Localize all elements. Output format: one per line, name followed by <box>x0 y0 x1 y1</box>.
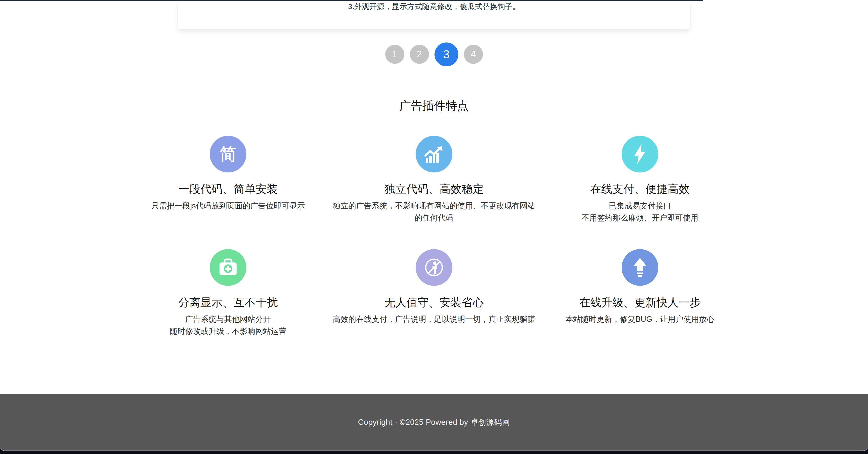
feature-card: 独立代码、高效稳定 独立的广告系统，不影响现有网站的使用、不更改现有网站的任何代… <box>331 136 537 224</box>
features-grid: 简 一段代码、简单安装 只需把一段js代码放到页面的广告位即可显示 独立代码、高… <box>125 136 743 337</box>
feature-description: 高效的在线支付，广告说明，足以说明一切，真正实现躺赚 <box>333 313 535 325</box>
top-card: 3.外观开源，显示方式随意修改，傻瓜式替换钩子。 <box>178 0 690 29</box>
top-card-note: 3.外观开源，显示方式随意修改，傻瓜式替换钩子。 <box>178 0 690 12</box>
feature-title: 一段代码、简单安装 <box>178 182 278 196</box>
footer: Copyright · ©2025 Powered by 卓创源码网 <box>0 394 868 451</box>
upgrade-arrow-icon <box>622 249 658 286</box>
pagination-page-number: 4 <box>471 49 476 60</box>
pagination-page-number: 2 <box>417 49 422 60</box>
pagination-page-3[interactable]: 3 <box>434 42 458 66</box>
feature-description: 独立的广告系统，不影响现有网站的使用、不更改现有网站的任何代码 <box>331 200 537 224</box>
feature-title: 分离显示、互不干扰 <box>178 296 278 309</box>
jian-badge-icon: 简 <box>210 136 246 172</box>
pagination: 1234 <box>0 42 868 66</box>
browser-window: 3.外观开源，显示方式随意修改，傻瓜式替换钩子。 1234 广告插件特点 简 一… <box>0 0 868 451</box>
feature-description: 已集成易支付接口 不用签约那么麻烦、开户即可使用 <box>582 200 699 224</box>
top-edge-strip <box>0 0 703 1</box>
feature-card: 在线支付、便捷高效 已集成易支付接口 不用签约那么麻烦、开户即可使用 <box>537 136 743 224</box>
lightning-icon <box>622 136 658 172</box>
feature-title: 在线支付、便捷高效 <box>590 182 690 196</box>
pagination-page-2[interactable]: 2 <box>410 45 429 64</box>
feature-card: 简 一段代码、简单安装 只需把一段js代码放到页面的广告位即可显示 <box>125 136 331 224</box>
pagination-page-number: 1 <box>392 49 397 60</box>
pagination-page-number: 3 <box>443 48 450 61</box>
unattended-icon <box>416 249 452 286</box>
feature-title: 独立代码、高效稳定 <box>384 182 484 196</box>
feature-description: 只需把一段js代码放到页面的广告位即可显示 <box>151 200 305 212</box>
pagination-page-1[interactable]: 1 <box>385 45 404 64</box>
feature-card: 在线升级、更新快人一步 本站随时更新，修复BUG，让用户使用放心 <box>537 249 743 337</box>
chart-growth-icon <box>416 136 452 172</box>
pagination-page-4[interactable]: 4 <box>464 45 483 64</box>
feature-title: 在线升级、更新快人一步 <box>579 296 701 309</box>
first-aid-kit-icon <box>210 249 246 286</box>
feature-card: 分离显示、互不干扰 广告系统与其他网站分开 随时修改或升级，不影响网站运营 <box>125 249 331 337</box>
feature-title: 无人值守、安装省心 <box>384 296 484 309</box>
feature-card: 无人值守、安装省心 高效的在线支付，广告说明，足以说明一切，真正实现躺赚 <box>331 249 537 337</box>
feature-description: 本站随时更新，修复BUG，让用户使用放心 <box>565 313 715 325</box>
feature-description: 广告系统与其他网站分开 随时修改或升级，不影响网站运营 <box>170 313 286 337</box>
copyright-text: Copyright · ©2025 Powered by 卓创源码网 <box>358 417 510 428</box>
features-title: 广告插件特点 <box>0 97 868 114</box>
